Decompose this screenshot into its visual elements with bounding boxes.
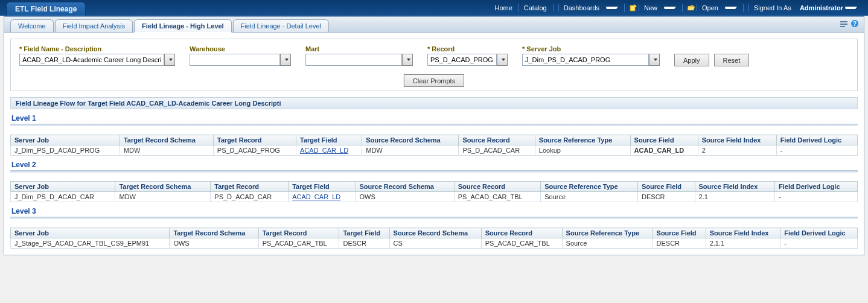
cell-sfi: 2: [698, 145, 776, 156]
server-job-input[interactable]: [522, 54, 649, 66]
cell-sr: PS_ACAD_CAR_TBL: [454, 192, 541, 202]
clear-prompts-button[interactable]: Clear Prompts: [404, 74, 464, 87]
chevron-down-icon: [502, 59, 505, 61]
nav-dashboards-label: Dashboards: [558, 4, 604, 11]
field-name-dropdown[interactable]: [164, 54, 175, 66]
chevron-down-icon: [285, 59, 289, 61]
page-body: Welcome Field Impact Analysis Field Line…: [4, 16, 864, 255]
cell-tr: PS_D_ACAD_CAR: [211, 192, 289, 202]
nav-catalog[interactable]: Catalog: [519, 4, 552, 12]
column-header: Source Field Index: [698, 135, 776, 145]
cell-sfi: 2.1: [695, 192, 775, 202]
column-header: Source Field Index: [695, 182, 775, 192]
column-header: Source Record Schema: [356, 182, 454, 192]
column-header: Server Job: [11, 228, 170, 238]
nav-open[interactable]: Open: [682, 4, 742, 12]
signed-in-as[interactable]: Signed In As Administrator: [743, 4, 862, 12]
cell-tf[interactable]: ACAD_CAR_LD: [296, 145, 362, 156]
column-header: Source Field: [653, 228, 706, 238]
apply-button[interactable]: Apply: [674, 54, 709, 66]
cell-server_job: J_Stage_PS_ACAD_CAR_TBL_CS9_EPM91: [11, 238, 170, 249]
app-title-tab: ETL Field Lineage: [6, 2, 86, 16]
cell-srt: Source: [562, 238, 653, 249]
column-header: Target Field: [296, 135, 362, 145]
new-icon: [630, 4, 637, 11]
chevron-down-icon: [606, 7, 618, 9]
warehouse-dropdown[interactable]: [280, 54, 291, 66]
field-name-label: * Field Name - Description: [19, 45, 175, 53]
lineage-table: Server JobTarget Record SchemaTarget Rec…: [10, 135, 858, 156]
record-label: * Record: [427, 45, 508, 53]
column-header: Field Derived Logic: [776, 135, 857, 145]
record-dropdown[interactable]: [497, 54, 508, 66]
cell-srt: Lookup: [535, 145, 630, 156]
mart-label: Mart: [305, 45, 413, 53]
svg-rect-3: [840, 24, 847, 25]
reset-button[interactable]: Reset: [714, 54, 750, 66]
cell-tr: PS_ACAD_CAR_TBL: [258, 238, 339, 249]
column-header: Source Field: [630, 135, 698, 145]
cell-srs: CS: [389, 238, 481, 249]
level-title: Level 3: [10, 202, 858, 217]
chevron-down-icon: [407, 59, 410, 61]
mart-input[interactable]: [305, 54, 402, 66]
mart-dropdown[interactable]: [402, 54, 413, 66]
svg-rect-2: [840, 21, 847, 22]
tab-field-impact[interactable]: Field Impact Analysis: [55, 19, 133, 32]
nav-open-label: Open: [697, 4, 723, 11]
cell-sfi: 2.1.1: [706, 238, 780, 249]
server-job-label: * Server Job: [522, 45, 660, 53]
level-block: Level 3Server JobTarget Record SchemaTar…: [10, 202, 858, 249]
lineage-table: Server JobTarget Record SchemaTarget Rec…: [10, 181, 858, 202]
level-divider: [10, 170, 858, 173]
section-header: Field Lineage Flow for Target Field ACAD…: [10, 97, 858, 109]
column-header: Target Record: [211, 182, 289, 192]
column-header: Server Job: [11, 182, 115, 192]
top-nav: Home Catalog Dashboards New Open Signed …: [490, 4, 862, 12]
lineage-table: Server JobTarget Record SchemaTarget Rec…: [10, 228, 858, 249]
column-header: Target Record Schema: [115, 182, 211, 192]
nav-new[interactable]: New: [624, 4, 681, 12]
cell-sr: PS_D_ACAD_CAR: [459, 145, 535, 156]
level-block: Level 2Server JobTarget Record SchemaTar…: [10, 156, 858, 202]
cell-tr: PS_D_ACAD_PROG: [213, 145, 296, 156]
nav-dashboards[interactable]: Dashboards: [553, 4, 623, 12]
column-header: Target Field: [339, 228, 389, 238]
server-job-dropdown[interactable]: [649, 54, 660, 66]
level-title: Level 2: [10, 156, 858, 170]
column-header: Source Record Schema: [362, 135, 459, 145]
level-divider: [10, 124, 858, 126]
column-header: Target Record Schema: [170, 228, 258, 238]
cell-trs: MDW: [120, 145, 213, 156]
column-header: Source Reference Type: [562, 228, 653, 238]
tab-welcome[interactable]: Welcome: [10, 19, 54, 32]
tab-detail-level[interactable]: Field Lineage - Detail Level: [233, 19, 329, 32]
cell-trs: OWS: [170, 238, 258, 249]
column-header: Source Record: [454, 182, 541, 192]
signed-in-user: Administrator: [800, 4, 843, 11]
chevron-down-icon: [169, 59, 173, 61]
warehouse-input[interactable]: [190, 54, 280, 66]
cell-tf[interactable]: ACAD_CAR_LD: [289, 192, 356, 202]
level-title: Level 1: [10, 109, 858, 124]
cell-srt: Source: [541, 192, 638, 202]
svg-rect-4: [840, 26, 845, 27]
table-row: J_Dim_PS_D_ACAD_PROGMDWPS_D_ACAD_PROGACA…: [11, 145, 858, 156]
chevron-down-icon: [664, 7, 676, 9]
column-header: Field Derived Logic: [780, 228, 858, 238]
chevron-down-icon: [845, 7, 857, 9]
column-header: Server Job: [11, 135, 120, 145]
help-icon[interactable]: ?: [850, 19, 859, 28]
level-divider: [10, 217, 858, 219]
record-input[interactable]: [427, 54, 497, 66]
prompt-bar: * Field Name - Description Warehouse Mar…: [10, 39, 858, 91]
page-options-icon[interactable]: [840, 19, 848, 28]
tab-high-level[interactable]: Field Lineage - High Level: [134, 19, 232, 33]
cell-trs: MDW: [115, 192, 211, 202]
table-row: J_Stage_PS_ACAD_CAR_TBL_CS9_EPM91OWSPS_A…: [11, 238, 858, 249]
field-name-input[interactable]: [19, 54, 164, 66]
warehouse-label: Warehouse: [190, 45, 291, 53]
nav-home[interactable]: Home: [490, 4, 517, 12]
cell-sr: PS_ACAD_CAR_TBL: [481, 238, 562, 249]
chevron-down-icon: [725, 7, 737, 9]
